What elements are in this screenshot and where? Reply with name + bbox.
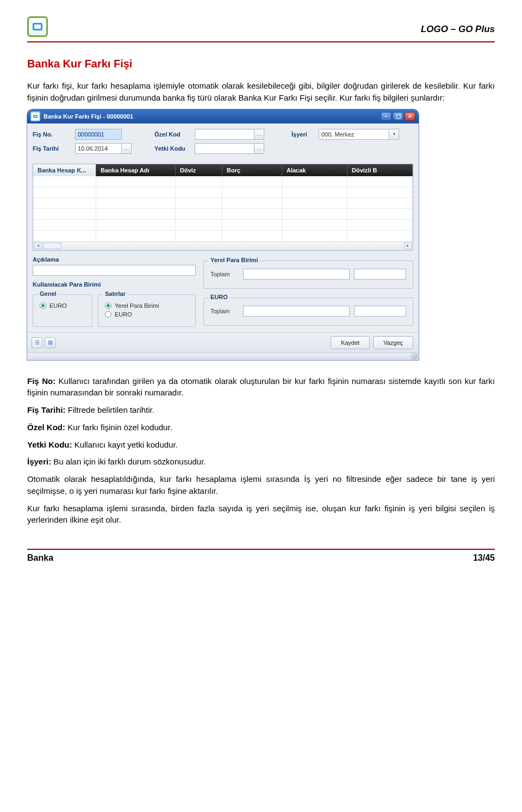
grid-col-0[interactable]: Banka Hesap K... xyxy=(33,164,96,176)
fis-no-label: Fiş No. xyxy=(33,131,75,138)
close-button[interactable]: ✕ xyxy=(405,112,415,121)
ozel-kod-lookup-icon[interactable]: … xyxy=(254,129,264,140)
radio-off-icon xyxy=(105,311,111,318)
radio-on-icon xyxy=(40,302,46,309)
genel-group-title: Genel xyxy=(38,290,59,297)
aciklama-input[interactable] xyxy=(33,265,196,276)
fis-tarihi-input[interactable]: 10.06.2014 xyxy=(75,143,122,154)
satirlar-group-title: Satırlar xyxy=(103,290,128,297)
save-button[interactable]: Kaydet xyxy=(331,336,370,349)
footer-page: 13/45 xyxy=(473,553,495,563)
cancel-button[interactable]: Vazgeç xyxy=(373,336,413,349)
fis-tarihi-picker-icon[interactable]: … xyxy=(122,143,132,154)
scroll-thumb[interactable] xyxy=(43,243,61,249)
footer-left: Banka xyxy=(27,553,53,563)
euro-toplam-right[interactable] xyxy=(354,306,406,317)
header-divider xyxy=(27,41,495,42)
p-ozelkod: Özel Kod: Kur farkı fişinin özel kodudur… xyxy=(27,422,495,433)
p-yetkikodu: Yetki Kodu: Kullanıcı kayıt yetki kodudu… xyxy=(27,439,495,451)
brand-text: LOGO – GO Plus xyxy=(421,16,495,35)
logo-icon xyxy=(27,16,48,37)
window-title: Banka Kur Farkı Fişi - 00000001 xyxy=(44,113,133,120)
window-titlebar: Banka Kur Farkı Fişi - 00000001 – ▢ ✕ xyxy=(27,109,419,123)
euro-group-title: EURO xyxy=(208,294,230,300)
window-statusbar xyxy=(27,352,419,360)
grid-col-1[interactable]: Banka Hesap Adı xyxy=(96,164,176,176)
isyeri-label: İşyeri xyxy=(291,131,319,138)
p-fisno: Fiş No: Kullanıcı tarafından girilen ya … xyxy=(27,375,495,399)
footer-tool-icon-2[interactable]: ▤ xyxy=(45,337,55,348)
doc-header: LOGO – GO Plus xyxy=(27,16,495,37)
section-title: Banka Kur Farkı Fişi xyxy=(27,58,495,70)
yerel-toplam-right[interactable] xyxy=(354,269,406,280)
isyeri-select[interactable]: 000, Merkez xyxy=(319,129,389,140)
footer-tool-icon[interactable]: ☰ xyxy=(32,337,42,348)
grid-header: Banka Hesap K... Banka Hesap Adı Döviz B… xyxy=(33,164,413,176)
satir-yerel-radio[interactable]: Yerel Para Birimi xyxy=(105,302,189,309)
yerel-group-title: Yerel Para Birimi xyxy=(208,257,260,263)
p-fistarihi: Fiş Tarihi: Filtrede belirtilen tarihtir… xyxy=(27,404,495,416)
genel-euro-radio[interactable]: EURO xyxy=(40,302,85,309)
app-icon xyxy=(30,111,40,121)
yetki-kodu-lookup-icon[interactable]: … xyxy=(254,143,264,154)
ozel-kod-label: Özel Kod xyxy=(154,131,195,138)
intro-paragraph: Kur farkı fişi, kur farkı hesaplama işle… xyxy=(27,80,495,104)
yerel-toplam-left[interactable] xyxy=(243,269,350,280)
grid-hscrollbar[interactable]: ◂ ▸ xyxy=(33,241,413,250)
grid-col-3[interactable]: Borç xyxy=(222,164,282,176)
yerel-toplam-label: Toplam xyxy=(210,271,239,277)
dialog-footer: ☰ ▤ Kaydet Vazgeç xyxy=(27,332,419,352)
satir-yerel-label: Yerel Para Birimi xyxy=(115,302,159,309)
grid-col-2[interactable]: Döviz xyxy=(176,164,222,176)
p-oto: Otomatik olarak hesaplatıldığında, kur f… xyxy=(27,473,495,497)
fis-tarihi-label: Fiş Tarihi xyxy=(33,145,75,152)
yetki-kodu-input[interactable] xyxy=(195,143,254,154)
isyeri-dropdown-icon[interactable]: ▾ xyxy=(389,129,399,140)
scroll-left-icon[interactable]: ◂ xyxy=(34,243,42,249)
satir-euro-radio[interactable]: EURO xyxy=(105,311,189,318)
maximize-button[interactable]: ▢ xyxy=(393,112,403,121)
satir-euro-label: EURO xyxy=(115,311,132,318)
scroll-right-icon[interactable]: ▸ xyxy=(404,243,412,249)
ozel-kod-input[interactable] xyxy=(195,129,254,140)
radio-on-icon xyxy=(105,302,111,309)
p-multi: Kur farkı hesaplama işlemi sırasında, bi… xyxy=(27,503,495,526)
kullanilacak-label: Kullanılacak Para Birimi xyxy=(33,281,196,288)
minimize-button[interactable]: – xyxy=(381,112,391,121)
lines-grid[interactable]: Banka Hesap K... Banka Hesap Adı Döviz B… xyxy=(33,164,413,251)
fis-no-input[interactable]: 00000001 xyxy=(75,129,122,140)
genel-euro-label: EURO xyxy=(49,302,67,309)
aciklama-label: Açıklama xyxy=(33,256,196,263)
grid-col-5[interactable]: Dövizli B xyxy=(347,164,413,176)
yetki-kodu-label: Yetki Kodu xyxy=(154,145,195,152)
resize-grip-icon[interactable] xyxy=(411,353,418,359)
euro-toplam-left[interactable] xyxy=(243,306,350,317)
p-isyeri: İşyeri: Bu alan için iki farklı durum sö… xyxy=(27,456,495,468)
euro-toplam-label: Toplam xyxy=(210,308,239,314)
doc-footer: Banka 13/45 xyxy=(27,550,495,563)
dialog-screenshot: Banka Kur Farkı Fişi - 00000001 – ▢ ✕ Fi… xyxy=(27,109,495,360)
grid-col-4[interactable]: Alacak xyxy=(282,164,347,176)
grid-body[interactable] xyxy=(33,176,413,241)
